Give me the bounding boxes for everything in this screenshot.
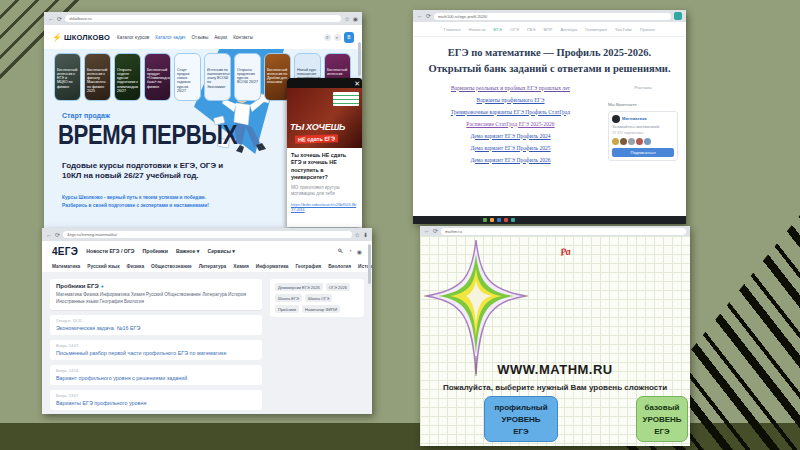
taskbar-icon[interactable]: [511, 218, 515, 222]
story-card[interactable]: Бесплатный интенсив к финалу Максвелла п…: [84, 53, 111, 101]
story-card[interactable]: Бесплатный продукт «Олимпиадная база» по…: [144, 53, 171, 101]
phone-icon[interactable]: ✆: [324, 34, 331, 41]
post-title[interactable]: Письменный разбор первой части профильно…: [56, 350, 256, 356]
base-level-button[interactable]: базовый УРОВЕНЬ ЕГЭ: [636, 396, 688, 442]
extension-icon[interactable]: [674, 12, 682, 20]
back-icon[interactable]: ←: [417, 13, 423, 19]
vk-subscribe-button[interactable]: Подписаться: [612, 148, 674, 157]
tag-school-oge[interactable]: Школа ОГЭ: [305, 294, 332, 302]
scrollbar[interactable]: [358, 42, 361, 76]
profile-icon[interactable]: ◉: [353, 16, 358, 22]
4ege-logo[interactable]: 4ЕГЭ: [52, 246, 78, 257]
nav-algebra[interactable]: Алгебра: [560, 27, 577, 32]
subject-physics[interactable]: Физика: [127, 264, 144, 269]
post-item[interactable]: Вчера, 13:07 Варианты ЕГЭ профильного ур…: [50, 390, 262, 410]
nav-oge[interactable]: ОГЭ: [510, 27, 519, 32]
address-bar[interactable]: shkolkovo.ru: [65, 15, 341, 22]
nav-other[interactable]: Прочее: [640, 27, 655, 32]
vk-group-name[interactable]: Математика: [622, 116, 647, 121]
post-title[interactable]: Экономическая задача. №16 ЕГЭ: [56, 325, 256, 331]
hero-link-1[interactable]: Курсы Школково - верный путь к твоим усп…: [62, 195, 206, 200]
subject-geography[interactable]: География: [296, 264, 322, 269]
windows-taskbar[interactable]: [413, 216, 686, 224]
nav-gve[interactable]: ГВЭ: [527, 27, 535, 32]
bookmark-icon[interactable]: ☆: [355, 232, 360, 238]
reload-icon[interactable]: ⟳: [57, 16, 62, 22]
reload-icon[interactable]: ⟳: [426, 13, 431, 19]
search-icon[interactable]: 🔍︎: [337, 248, 343, 254]
back-icon[interactable]: ←: [48, 16, 54, 22]
probniki-box-subjects[interactable]: Математика Физика Информатика Химия Русс…: [56, 292, 256, 306]
tag-demo-ege[interactable]: Демоверсии ЕГЭ 2026: [275, 283, 323, 291]
post-title[interactable]: Варианты ЕГЭ профильного уровня: [56, 400, 256, 406]
help-icon[interactable]: ◔: [348, 248, 352, 254]
profile-level-button[interactable]: профильный УРОВЕНЬ ЕГЭ: [484, 396, 558, 442]
nav-vpr[interactable]: ВПР: [543, 27, 552, 32]
link-statgrad-training[interactable]: Тренировочные варианты ЕГЭ Профиль СтатГ…: [413, 109, 608, 115]
account-icon[interactable]: ◉: [357, 248, 362, 255]
reload-icon[interactable]: ⟳: [433, 228, 438, 234]
nav-catalog-courses[interactable]: Каталог курсов: [117, 35, 149, 40]
plus-icon[interactable]: +: [100, 283, 104, 289]
address-bar[interactable]: 4ege.ru/trening-matematika/: [63, 231, 352, 238]
hero-link-2[interactable]: Разберись в своей подготовке с экспертам…: [62, 203, 209, 208]
subject-social[interactable]: Обществознание: [151, 264, 192, 269]
story-card[interactable]: Открыта неделя курсов подготовки к олимп…: [114, 53, 141, 101]
bookmark-icon[interactable]: ☆: [344, 16, 349, 22]
nav-home[interactable]: Главная: [444, 27, 461, 32]
subject-literature[interactable]: Литература: [199, 264, 227, 269]
story-card[interactable]: Интенсив по заключительному этапу ВСОШ п…: [204, 53, 231, 101]
nav-catalog-tasks[interactable]: Каталог задач: [155, 35, 185, 40]
post-item[interactable]: Вчера, 14:04 Вариант профильного уровня …: [50, 365, 262, 385]
address-bar[interactable]: math100.ru/ege-profil-2026/: [434, 13, 671, 20]
nav-probniki[interactable]: Пробники: [143, 248, 168, 254]
link-demo-2025[interactable]: Демо вариант ЕГЭ Профиль 2025: [413, 145, 608, 151]
tag-school-ege[interactable]: Школа ЕГЭ: [275, 294, 302, 302]
taskbar-icon[interactable]: [490, 218, 494, 222]
nav-reviews[interactable]: Отзывы: [191, 35, 208, 40]
tag-oge[interactable]: ОГЭ 2026: [326, 283, 350, 291]
nav-youtube[interactable]: YouTube: [615, 27, 632, 32]
subject-russian[interactable]: Русский язык: [87, 264, 119, 269]
subject-biology[interactable]: Биология: [328, 264, 351, 269]
tag-fipi-navigator[interactable]: Навигатор ФИПИ: [302, 305, 340, 313]
tag-probniki[interactable]: Пробники: [275, 305, 299, 313]
login-button[interactable]: В: [344, 32, 354, 43]
nav-promos[interactable]: Акции: [214, 35, 227, 40]
story-card[interactable]: Бесплатный интенсив к ЕГЭ и МЦКО по физи…: [54, 53, 81, 101]
link-demo-2024[interactable]: Демо вариант ЕГЭ Профиль 2024: [413, 133, 608, 139]
download-icon[interactable]: ⬇: [363, 232, 368, 238]
taskbar-icon[interactable]: [504, 218, 508, 222]
subject-math[interactable]: Математика: [52, 264, 80, 269]
nav-contacts[interactable]: Контакты: [233, 35, 253, 40]
nav-news[interactable]: Новости: [469, 27, 486, 32]
post-item[interactable]: Сегодня, 14:11 Экономическая задача. №16…: [50, 315, 262, 335]
shkolkovo-logo[interactable]: ⚡ ШКОЛКОВО: [52, 33, 110, 42]
back-icon[interactable]: ←: [424, 228, 430, 234]
video-thumbnail[interactable]: ТЫ ХОЧЕШЬ НЕ сдать ЕГЭ: [287, 88, 362, 148]
story-card[interactable]: Открыты продления курсов ВСОШ 26/27: [234, 53, 261, 101]
vk-group-avatar[interactable]: [612, 115, 620, 123]
nav-news[interactable]: Новости ЕГЭ / ОГЭ: [86, 248, 134, 254]
nav-ege[interactable]: ЕГЭ: [494, 27, 502, 32]
link-variants-past[interactable]: Варианты реальных и пробных ЕГЭ прошлых …: [413, 85, 608, 91]
taskbar-icon[interactable]: [497, 218, 501, 222]
nav-services[interactable]: Сервисы ▾: [207, 248, 235, 254]
post-item[interactable]: Вчера, 14:07 Письменный разбор первой ча…: [50, 340, 262, 360]
link-demo-2026[interactable]: Демо вариант ЕГЭ Профиль 2026: [413, 157, 608, 163]
nav-geometry[interactable]: Геометрия: [585, 27, 607, 32]
subject-informatics[interactable]: Информатика: [256, 264, 289, 269]
reload-icon[interactable]: ⟳: [55, 232, 60, 238]
scrollbar[interactable]: [368, 244, 371, 284]
link-variants-profile[interactable]: Варианты профильного ЕГЭ: [413, 97, 608, 103]
subject-chemistry[interactable]: Химия: [233, 264, 248, 269]
post-title[interactable]: Вариант профильного уровня с решениями з…: [56, 375, 256, 381]
close-icon[interactable]: ✕: [354, 80, 360, 87]
address-bar[interactable]: mathm.ru: [441, 228, 686, 235]
story-card[interactable]: Старт продаж новых годовых курсов 26/27: [174, 53, 201, 101]
taskbar-icon[interactable]: [483, 218, 487, 222]
link-statgrad-schedule[interactable]: Расписание СтатГрад ЕГЭ 2025-2026: [413, 121, 608, 127]
popup-link[interactable]: https://bvbr.video/watch/v26bf503-8b37-4…: [291, 202, 358, 212]
nav-important[interactable]: Важное ▾: [176, 248, 200, 254]
back-icon[interactable]: ←: [46, 232, 52, 238]
